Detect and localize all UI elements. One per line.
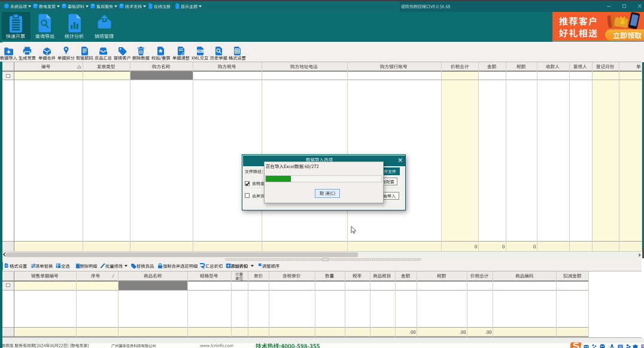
svg-text:XML: XML bbox=[198, 50, 203, 53]
